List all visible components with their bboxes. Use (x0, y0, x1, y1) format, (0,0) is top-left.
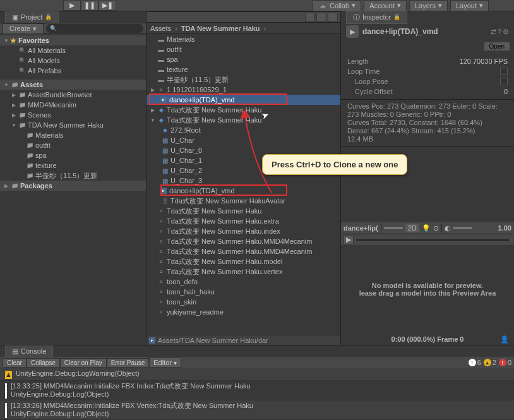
error-pause-button[interactable]: Error Pause (107, 358, 149, 368)
lock-icon[interactable]: 🔒 (45, 14, 52, 20)
looppose-checkbox[interactable] (500, 78, 508, 85)
light-icon[interactable]: 💡 (422, 224, 431, 232)
list-item[interactable]: yukiyame_readme (146, 307, 340, 317)
preview-viewport[interactable]: No model is available for preview. lease… (341, 245, 514, 333)
prefab-icon (157, 116, 165, 124)
folder-item[interactable]: ▶AssetBundleBrowser (0, 90, 146, 100)
folder-item[interactable]: Materials (0, 130, 146, 140)
layers-dropdown[interactable]: Layers▾ (409, 0, 448, 11)
settings-icon[interactable]: ⚙ (503, 28, 509, 36)
top-toolbar: ▶ ❚❚ ▶❚ ☁Collab▾ Account▾ Layers▾ Layout… (0, 0, 514, 11)
list-item[interactable]: Tda式改变 New Summer Haku.MMD4Mecanim (146, 246, 340, 256)
list-item[interactable]: spa (146, 54, 340, 64)
view-2d-button[interactable]: 2D (405, 224, 419, 232)
play-clip-button[interactable]: ▶ (346, 25, 359, 38)
collapse-button[interactable]: Collapse (27, 358, 60, 368)
folder-icon (157, 56, 165, 63)
folder-icon (25, 152, 34, 159)
preview-play-button[interactable]: ▶ (344, 236, 354, 244)
layout-dropdown[interactable]: Layout▾ (450, 0, 489, 11)
ref-icon[interactable]: ⇄ (491, 28, 496, 36)
list-item[interactable]: dance+lip(TDA)_vmd (146, 186, 340, 196)
breadcrumb-folder[interactable]: TDA New Summer Haku (181, 25, 260, 32)
preview-scrubber[interactable] (356, 239, 509, 241)
packages-header[interactable]: ▶Packages (0, 181, 146, 191)
console-tab[interactable]: ▤Console (5, 345, 53, 357)
clear-button[interactable]: Clear (3, 358, 27, 368)
speed-slider[interactable] (453, 227, 472, 229)
warn-count[interactable]: ▲2 (484, 359, 496, 366)
log-entry[interactable]: ![13:33:26] MMD4Mecanim:Initialize FBX V… (0, 400, 514, 420)
list-item[interactable]: Tda式改变 New Summer Haku (146, 206, 340, 216)
list-item[interactable]: Tda式改变 New Summer Haku.model (146, 256, 340, 267)
lock-icon[interactable]: 🔒 (393, 14, 400, 20)
favorite-item[interactable]: All Materials (0, 45, 146, 56)
log-entry[interactable]: ![13:33:25] MMD4Mecanim:Initialize FBX I… (0, 381, 514, 400)
project-tree[interactable]: ▼★ Favorites All Materials All Models Al… (0, 34, 146, 345)
list-item[interactable]: Tda式改变 New Summer Haku.MMD4Mecanim (146, 236, 340, 246)
project-search-input[interactable]: 🔍 (46, 24, 143, 33)
preview-play-controls: ▶ (341, 234, 514, 245)
favorite-item[interactable]: All Models (0, 56, 146, 66)
pivot-icon[interactable]: ⊙ (433, 224, 439, 232)
list-item[interactable]: outfit (146, 44, 340, 54)
folder-item[interactable]: spa (0, 150, 146, 160)
inspector-tab[interactable]: ⓘInspector🔒 (346, 11, 407, 24)
info-count[interactable]: !6 (469, 359, 481, 366)
list-item[interactable]: 272.!Root (146, 125, 340, 135)
list-item[interactable]: U_Char (146, 135, 340, 145)
favorite-icon[interactable] (316, 13, 326, 21)
error-count[interactable]: !0 (499, 359, 511, 366)
file-icon (157, 288, 165, 296)
list-item[interactable]: Tda式改变 New Summer HakuAvatar (146, 196, 340, 206)
list-item[interactable]: Tda式改变 New Summer Haku.vertex (146, 267, 340, 277)
cycleoffset-value[interactable]: 0 (504, 88, 508, 95)
play-button[interactable]: ▶ (63, 1, 81, 11)
timeline-icon[interactable] (384, 227, 403, 229)
create-dropdown[interactable]: Create▾ (3, 23, 44, 34)
open-button[interactable]: Open (484, 42, 510, 51)
log-entry[interactable]: ▲UnityEngine.Debug:LogWarning(Object) (0, 368, 514, 381)
breadcrumb[interactable]: Assets › TDA New Summer Haku › (146, 23, 340, 34)
list-item[interactable]: toon_skin (146, 297, 340, 307)
folder-item[interactable]: ▶Scenes (0, 110, 146, 120)
folder-item[interactable]: outfit (0, 140, 146, 150)
favorite-item[interactable]: All Prefabs (0, 66, 146, 76)
account-dropdown[interactable]: Account▾ (364, 0, 407, 11)
assets-header[interactable]: ▼Assets (0, 80, 146, 90)
list-item[interactable]: U_Char_3 (146, 176, 340, 186)
favorites-header[interactable]: ▼★ Favorites (0, 35, 146, 45)
clear-on-play-button[interactable]: Clear on Play (60, 358, 107, 368)
breadcrumb-root[interactable]: Assets (150, 25, 171, 32)
list-item[interactable]: ▶1 191201160529_1 (146, 85, 340, 95)
gizmo-icon[interactable]: ◐ (445, 224, 451, 232)
filter-icon[interactable] (305, 13, 315, 21)
step-button[interactable]: ▶❚ (99, 1, 116, 11)
folder-item[interactable]: texture (0, 160, 146, 171)
list-item[interactable]: Tda式改变 New Summer Haku.index (146, 226, 340, 236)
list-item[interactable]: ▶Tda式改变 New Summer Haku (146, 105, 340, 115)
help-icon[interactable]: ? (498, 28, 501, 36)
avatar-icon[interactable]: 👤 (500, 335, 509, 344)
folder-item-tda[interactable]: ▼TDA New Summer Haku (0, 120, 146, 130)
folder-item[interactable]: ▶MMD4Mecanim (0, 100, 146, 110)
list-item[interactable]: texture (146, 64, 340, 75)
looptime-checkbox[interactable] (500, 68, 508, 75)
list-item[interactable]: toon_defo (146, 277, 340, 287)
file-list[interactable]: Materials outfit spa texture 半壶纱（11.5）更新… (146, 34, 340, 335)
collab-dropdown[interactable]: ☁Collab▾ (313, 0, 361, 11)
list-item-selected[interactable]: dance+lip(TDA)_vmd (146, 95, 340, 105)
console-log[interactable]: ▲UnityEngine.Debug:LogWarning(Object) ![… (0, 368, 514, 420)
fps-value: 30 FPS (484, 57, 508, 65)
hidden-icon[interactable] (328, 13, 338, 21)
editor-dropdown[interactable]: Editor ▾ (149, 357, 181, 368)
folder-item[interactable]: 半壶纱（11.5）更新 (0, 171, 146, 181)
pause-button[interactable]: ❚❚ (81, 1, 99, 11)
list-item[interactable]: toon_hair_haku (146, 287, 340, 297)
list-item[interactable]: Materials (146, 34, 340, 44)
list-item[interactable]: 半壶纱（11.5）更新 (146, 75, 340, 85)
list-item[interactable]: Tda式改变 New Summer Haku.extra (146, 216, 340, 226)
project-tab[interactable]: ▣Project🔒 (5, 11, 59, 23)
folder-icon (18, 121, 27, 129)
list-item[interactable]: ▼Tda式改变 New Summer Haku (146, 115, 340, 125)
